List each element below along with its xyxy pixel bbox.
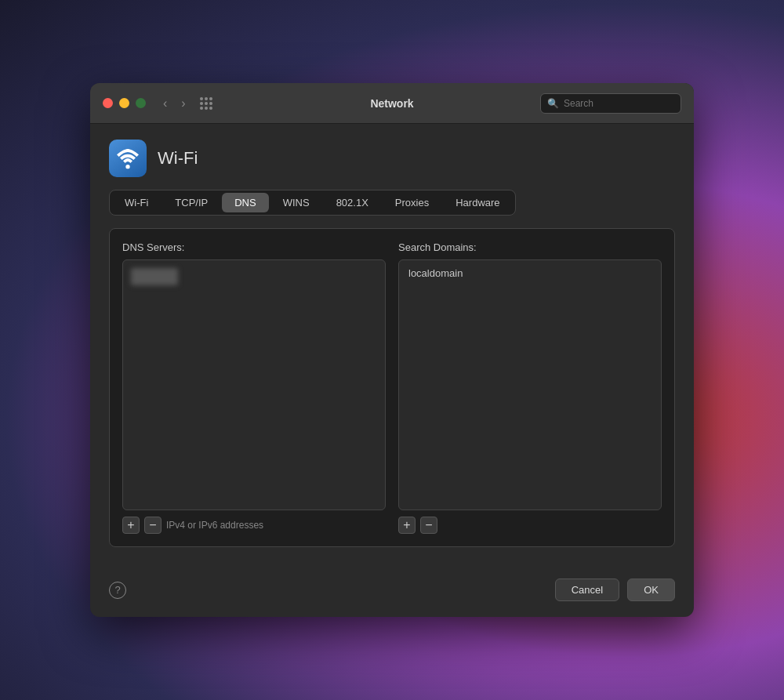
search-domains-panel: Search Domains: localdomain + −	[398, 241, 662, 534]
dns-panels: DNS Servers: + − IPv4 or IPv6 addresses …	[122, 241, 662, 534]
content-area: Wi-Fi Wi-Fi TCP/IP DNS WINS 802.1X Proxi…	[90, 124, 694, 566]
wifi-icon-box	[109, 140, 147, 177]
tab-tcpip[interactable]: TCP/IP	[162, 193, 220, 212]
ok-button[interactable]: OK	[627, 578, 675, 601]
tabs-bar: Wi-Fi TCP/IP DNS WINS 802.1X Proxies Har…	[109, 190, 516, 216]
wifi-header: Wi-Fi	[109, 140, 675, 177]
search-icon: 🔍	[547, 98, 559, 109]
minimize-button[interactable]	[119, 98, 129, 108]
remove-search-domain-button[interactable]: −	[420, 517, 437, 534]
add-dns-server-button[interactable]: +	[122, 517, 140, 534]
help-button[interactable]: ?	[109, 582, 126, 599]
cancel-button[interactable]: Cancel	[555, 578, 619, 601]
dns-server-entry-blurred	[131, 268, 178, 285]
tab-dns[interactable]: DNS	[222, 193, 268, 212]
tab-wifi[interactable]: Wi-Fi	[112, 193, 161, 212]
wifi-icon	[115, 146, 140, 171]
grid-icon[interactable]	[200, 97, 212, 110]
window-title: Network	[370, 97, 413, 110]
bottom-bar: ? Cancel OK	[90, 566, 694, 617]
network-window: ‹ › Network 🔍 Wi-Fi	[90, 83, 694, 617]
dns-servers-footer: + − IPv4 or IPv6 addresses	[122, 517, 386, 534]
tab-hardware[interactable]: Hardware	[443, 193, 512, 212]
search-domains-footer: + −	[398, 517, 662, 534]
add-search-domain-button[interactable]: +	[398, 517, 416, 534]
tab-wins[interactable]: WINS	[270, 193, 322, 212]
dns-servers-label: DNS Servers:	[122, 241, 386, 253]
forward-button[interactable]: ›	[176, 95, 190, 112]
wifi-title: Wi-Fi	[158, 148, 198, 169]
traffic-lights	[103, 98, 146, 108]
dns-servers-panel: DNS Servers: + − IPv4 or IPv6 addresses	[122, 241, 386, 534]
dns-servers-hint: IPv4 or IPv6 addresses	[166, 520, 263, 531]
search-input[interactable]	[564, 98, 674, 109]
svg-point-0	[125, 165, 129, 169]
dns-servers-list[interactable]	[122, 259, 386, 510]
dns-content: DNS Servers: + − IPv4 or IPv6 addresses …	[109, 228, 675, 547]
close-button[interactable]	[103, 98, 113, 108]
action-buttons: Cancel OK	[555, 578, 675, 601]
tab-8021x[interactable]: 802.1X	[324, 193, 381, 212]
tab-proxies[interactable]: Proxies	[383, 193, 441, 212]
maximize-button[interactable]	[136, 98, 146, 108]
titlebar: ‹ › Network 🔍	[90, 83, 694, 124]
remove-dns-server-button[interactable]: −	[144, 517, 162, 534]
search-bar[interactable]: 🔍	[540, 93, 681, 114]
search-domains-list[interactable]: localdomain	[398, 259, 662, 510]
domain-entry-localdomain: localdomain	[404, 265, 656, 281]
search-domains-label: Search Domains:	[398, 241, 662, 253]
nav-buttons: ‹ ›	[158, 95, 191, 112]
back-button[interactable]: ‹	[158, 95, 172, 112]
